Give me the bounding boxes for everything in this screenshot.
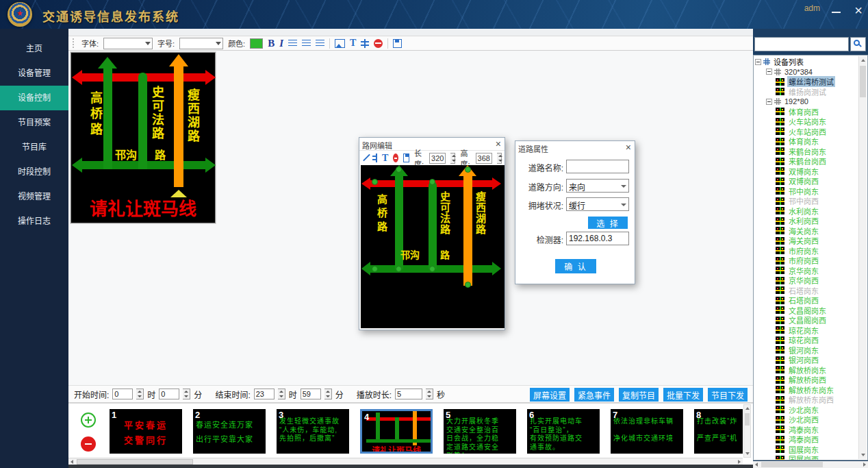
select-button[interactable]: 选 择 — [588, 217, 628, 229]
end-hour-stepper[interactable] — [278, 389, 285, 399]
close-icon[interactable]: × — [496, 138, 501, 149]
device-item[interactable]: 双博岗东 — [755, 167, 859, 177]
color-swatch[interactable] — [250, 38, 263, 49]
device-item[interactable]: 解放桥东岗东 — [755, 385, 859, 395]
device-item[interactable]: 石塔岗西 — [755, 295, 859, 306]
remove-program-button[interactable] — [81, 436, 96, 452]
scroll-up-icon[interactable] — [745, 407, 750, 410]
step-down-icon[interactable] — [136, 394, 143, 399]
step-up-icon[interactable] — [426, 389, 433, 394]
scrollbar-thumb[interactable] — [745, 413, 750, 426]
height-stepper[interactable] — [497, 153, 502, 164]
device-item[interactable]: 琼花岗东 — [755, 325, 859, 336]
detector-input[interactable]: 192.168.0.3 — [566, 232, 629, 245]
playlist-item[interactable]: 2 春运安全连万家 出行平安靠大家 — [193, 409, 266, 454]
end-minute-stepper[interactable] — [324, 389, 332, 399]
sidebar-item[interactable]: 设备控制 — [0, 86, 68, 110]
step-down-icon[interactable] — [426, 394, 433, 399]
node-handle[interactable] — [372, 179, 378, 185]
step-down-icon[interactable] — [497, 158, 501, 163]
playlist-item[interactable]: 4 请礼让斑马线 — [360, 409, 433, 454]
sidebar-item[interactable]: 操作日志 — [0, 209, 68, 234]
scrollbar-thumb[interactable] — [860, 66, 866, 97]
device-item[interactable]: 水利岗西 — [755, 216, 859, 226]
tree-vertical-scrollbar[interactable] — [858, 56, 867, 459]
device-item[interactable]: 国展岗东 — [755, 445, 859, 455]
device-item[interactable]: 文昌阁岗西 — [755, 315, 859, 325]
step-up-icon[interactable] — [450, 153, 455, 158]
start-minute-input[interactable]: 0 — [159, 389, 179, 399]
action-button[interactable]: 复制节目 — [619, 388, 659, 402]
device-item[interactable]: 银河岗西 — [755, 355, 859, 365]
start-hour-input[interactable]: 0 — [112, 389, 133, 399]
device-item[interactable]: 市府岗西 — [755, 256, 859, 266]
road-network-icon[interactable] — [361, 39, 369, 48]
step-up-icon[interactable] — [497, 153, 501, 158]
search-button[interactable] — [850, 37, 866, 51]
device-item[interactable]: 火车站岗东 — [755, 116, 859, 127]
close-icon[interactable]: × — [626, 142, 631, 153]
collapse-icon[interactable] — [755, 59, 761, 65]
scrollbar-thumb[interactable] — [761, 462, 823, 467]
sidebar-item[interactable]: 视频管理 — [0, 184, 68, 209]
node-handle[interactable] — [396, 266, 402, 272]
road-label-bottom-b[interactable]: 路 — [440, 247, 450, 261]
italic-button[interactable]: I — [279, 38, 283, 49]
playlist-item[interactable]: 3 发生轻微交通事故 “人未伤，车能动, 先拍照，后撤离” — [277, 409, 349, 454]
device-item[interactable]: 海关岗西 — [755, 236, 859, 246]
save-icon[interactable] — [393, 39, 402, 48]
step-up-icon[interactable] — [183, 389, 190, 394]
size-select[interactable] — [179, 38, 223, 49]
font-select[interactable] — [103, 38, 153, 49]
sidebar-item[interactable]: 设备管理 — [0, 61, 68, 86]
height-input[interactable]: 368 — [476, 153, 492, 164]
device-item[interactable]: 沙北岗西 — [755, 415, 859, 425]
device-item[interactable]: 海关岗东 — [755, 226, 859, 236]
tree-group-192x80[interactable]: 192*80 — [755, 97, 859, 107]
node-handle[interactable] — [465, 167, 471, 173]
step-down-icon[interactable] — [278, 394, 285, 399]
device-item[interactable]: 邗中岗西 — [755, 196, 859, 206]
road-label-middle[interactable]: 史可法路 — [437, 191, 452, 235]
road-label-left[interactable]: 高桥路 — [374, 194, 389, 235]
step-down-icon[interactable] — [183, 394, 190, 399]
node-handle[interactable] — [372, 266, 378, 272]
scroll-left-icon[interactable] — [755, 463, 758, 467]
playlist-item[interactable]: 6 扎实开展电动车 “百日整治”， 有效预防道路交 通事故。 — [527, 409, 600, 454]
device-item[interactable]: 银河岗东 — [755, 345, 859, 356]
dialog-title-bar[interactable]: 路网编辑 × — [359, 138, 505, 150]
save-icon[interactable] — [403, 153, 409, 162]
road-label-bottom-a[interactable]: 邗沟 — [400, 247, 420, 261]
align-left-icon[interactable] — [288, 40, 297, 47]
sidebar-item[interactable]: 主页 — [0, 36, 68, 61]
device-item[interactable]: 京华岗西 — [755, 275, 859, 286]
tree-group-320x384[interactable]: 320*384 — [755, 67, 859, 77]
device-item[interactable]: 维扬岗测试 — [755, 87, 859, 97]
device-item[interactable]: 石塔岗东 — [755, 286, 859, 296]
tree-root[interactable]: 设备列表 — [755, 57, 859, 67]
device-item[interactable]: 鸿泰岗东 — [755, 425, 859, 435]
length-input[interactable]: 320 — [429, 153, 446, 164]
scroll-left-icon[interactable] — [71, 460, 73, 464]
sidebar-item[interactable]: 时段控制 — [0, 160, 68, 184]
duration-stepper[interactable] — [426, 389, 433, 399]
device-item[interactable]: 水利岗东 — [755, 206, 859, 217]
playlist-item[interactable]: 5 大力开展秋冬季 交通安全整治百 日会战，全力稳 定道路交通安全 形势！ — [444, 409, 516, 454]
end-minute-input[interactable]: 59 — [301, 389, 321, 399]
device-item[interactable]: 沙北岗东 — [755, 405, 859, 415]
sidebar-item[interactable]: 节目预案 — [0, 110, 68, 135]
device-item[interactable]: 火车站岗西 — [755, 127, 859, 137]
device-item[interactable]: 螺丝湾桥测试 — [755, 77, 859, 87]
node-handle[interactable] — [465, 282, 471, 288]
device-item[interactable]: 鸿泰岗西 — [755, 434, 859, 445]
road-label-right[interactable]: 瘦西湖路 — [473, 191, 487, 235]
device-item[interactable]: 解放桥岗东 — [755, 365, 859, 375]
scroll-up-icon[interactable] — [861, 59, 865, 62]
device-search-input[interactable] — [754, 37, 849, 51]
insert-text-icon[interactable]: T — [382, 153, 388, 164]
congestion-select[interactable]: 缓行 — [566, 197, 629, 211]
delete-icon[interactable] — [374, 39, 383, 48]
device-item[interactable]: 邗中岗东 — [755, 186, 859, 197]
device-item[interactable]: 琼花岗西 — [755, 335, 859, 345]
length-stepper[interactable] — [450, 153, 455, 164]
